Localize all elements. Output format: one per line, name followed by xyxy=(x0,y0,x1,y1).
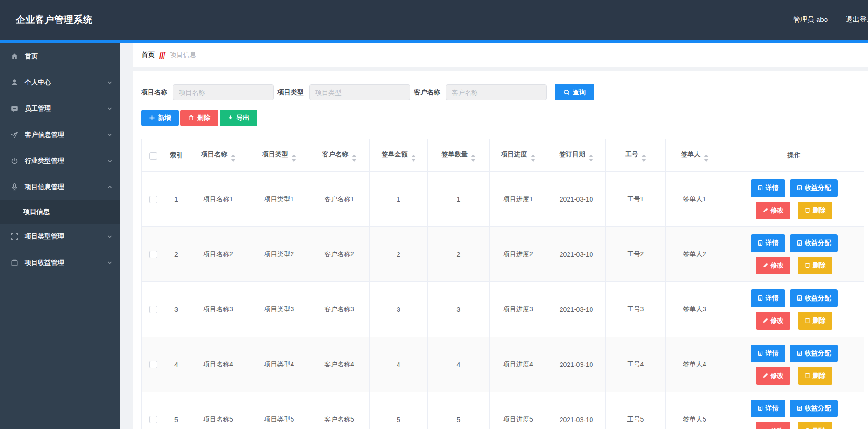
edit-button[interactable]: 修改 xyxy=(756,312,790,330)
row-delete-button[interactable]: 删除 xyxy=(798,202,832,219)
sort-icon xyxy=(471,155,476,162)
cell-customer-name: 客户名称2 xyxy=(309,227,370,282)
cell-index: 3 xyxy=(165,282,187,337)
cell-project-name: 项目名称2 xyxy=(187,227,249,282)
chevron-down-icon xyxy=(107,133,112,137)
search-button[interactable]: 查询 xyxy=(555,84,594,100)
chat-icon xyxy=(10,105,19,113)
sidebar-item-customer-info-management[interactable]: 客户信息管理 xyxy=(0,122,120,148)
chevron-down-icon xyxy=(107,80,112,85)
cell-index: 2 xyxy=(165,227,187,282)
project-type-input[interactable] xyxy=(309,84,410,100)
cell-project-progress: 项目进度1 xyxy=(490,172,547,227)
cell-index: 4 xyxy=(165,337,187,392)
cell-index: 5 xyxy=(165,392,187,429)
project-name-input[interactable] xyxy=(173,84,274,100)
detail-button[interactable]: 详情 xyxy=(751,234,785,252)
sidebar-item-personal-center[interactable]: 个人中心 xyxy=(0,70,120,96)
cell-actions: 详情 收益分配 修改 删除 xyxy=(724,227,864,282)
cell-actions: 详情 收益分配 修改 删除 xyxy=(724,337,864,392)
row-checkbox[interactable] xyxy=(149,306,157,313)
row-delete-button[interactable]: 删除 xyxy=(798,367,832,385)
detail-button[interactable]: 详情 xyxy=(751,345,785,362)
select-all-checkbox[interactable] xyxy=(149,152,157,160)
row-delete-button[interactable]: 删除 xyxy=(798,422,832,429)
document-icon xyxy=(797,295,803,301)
income-allocate-button[interactable]: 收益分配 xyxy=(790,345,838,362)
cell-customer-name: 客户名称5 xyxy=(309,392,370,429)
income-allocate-button[interactable]: 收益分配 xyxy=(790,234,838,252)
detail-button[interactable]: 详情 xyxy=(751,289,785,307)
brackets-icon xyxy=(10,232,19,241)
chevron-down-icon xyxy=(107,106,112,111)
sort-icon xyxy=(641,155,646,162)
col-job-number[interactable]: 工号 xyxy=(606,139,666,172)
sort-icon xyxy=(589,155,593,162)
col-sign-amount[interactable]: 签单金额 xyxy=(370,139,428,172)
cell-sign-date: 2021-03-10 xyxy=(547,172,606,227)
income-allocate-button[interactable]: 收益分配 xyxy=(790,400,838,417)
row-delete-button[interactable]: 删除 xyxy=(798,257,832,274)
detail-button[interactable]: 详情 xyxy=(751,179,785,197)
sidebar-subitem-project-info[interactable]: 项目信息 xyxy=(0,200,120,224)
chevron-down-icon xyxy=(107,260,112,265)
add-button[interactable]: 新增 xyxy=(141,110,179,126)
col-sign-date[interactable]: 签订日期 xyxy=(547,139,606,172)
document-icon xyxy=(797,350,803,356)
sidebar-item-employee-management[interactable]: 员工管理 xyxy=(0,96,120,122)
logout-link[interactable]: 退出登录 xyxy=(846,15,868,24)
customer-name-input[interactable] xyxy=(446,84,547,100)
row-delete-button[interactable]: 删除 xyxy=(798,312,832,330)
cell-project-name: 项目名称3 xyxy=(187,282,249,337)
chevron-up-icon xyxy=(107,185,112,190)
col-actions: 操作 xyxy=(724,139,864,172)
export-button[interactable]: 导出 xyxy=(220,110,257,126)
home-icon xyxy=(10,52,19,61)
sort-icon xyxy=(411,155,416,162)
cell-sign-amount: 2 xyxy=(370,227,428,282)
cell-sign-amount: 1 xyxy=(370,172,428,227)
col-project-type[interactable]: 项目类型 xyxy=(249,139,309,172)
breadcrumb-home-link[interactable]: 首页 xyxy=(142,51,155,59)
row-checkbox[interactable] xyxy=(149,361,157,368)
income-allocate-button[interactable]: 收益分配 xyxy=(790,179,838,197)
edit-button[interactable]: 修改 xyxy=(756,202,790,219)
col-signer[interactable]: 签单人 xyxy=(666,139,724,172)
edit-button[interactable]: 修改 xyxy=(756,257,790,274)
top-navbar: 企业客户管理系统 管理员 abo 退出登录 xyxy=(0,0,868,40)
row-checkbox[interactable] xyxy=(149,416,157,423)
row-checkbox[interactable] xyxy=(149,251,157,258)
col-customer-name[interactable]: 客户名称 xyxy=(309,139,370,172)
cell-sign-amount: 5 xyxy=(370,392,428,429)
breadcrumb: 首页 fff 项目信息 xyxy=(133,43,868,67)
cell-job-number: 工号1 xyxy=(606,172,666,227)
toolbar: 新增 删除 导出 xyxy=(141,110,868,126)
cell-project-type: 项目类型5 xyxy=(249,392,309,429)
table-header-row: 索引 项目名称 项目类型 客户名称 签单金额 签单数量 项目进度 签订日期 工号… xyxy=(142,139,864,172)
edit-button[interactable]: 修改 xyxy=(756,422,790,429)
app-title: 企业客户管理系统 xyxy=(16,14,92,26)
user-icon xyxy=(10,78,19,87)
current-user: 管理员 abo xyxy=(793,15,828,24)
col-project-name[interactable]: 项目名称 xyxy=(187,139,249,172)
sidebar-item-project-income-management[interactable]: 项目收益管理 xyxy=(0,250,120,276)
sidebar-item-home[interactable]: 首页 xyxy=(0,43,120,70)
income-allocate-button[interactable]: 收益分配 xyxy=(790,289,838,307)
detail-button[interactable]: 详情 xyxy=(751,400,785,417)
sort-icon xyxy=(231,155,235,162)
row-checkbox[interactable] xyxy=(149,196,157,203)
accent-strip xyxy=(0,40,868,43)
cell-signer: 签单人4 xyxy=(666,337,724,392)
project-table: 索引 项目名称 项目类型 客户名称 签单金额 签单数量 项目进度 签订日期 工号… xyxy=(141,139,864,429)
sidebar-item-project-info-management[interactable]: 项目信息管理 xyxy=(0,174,120,200)
cell-sign-quantity: 3 xyxy=(428,282,490,337)
col-project-progress[interactable]: 项目进度 xyxy=(490,139,547,172)
delete-button[interactable]: 删除 xyxy=(180,110,218,126)
document-icon xyxy=(757,295,763,301)
cell-customer-name: 客户名称4 xyxy=(309,337,370,392)
edit-button[interactable]: 修改 xyxy=(756,367,790,385)
download-icon xyxy=(228,115,234,121)
sidebar-item-industry-type-management[interactable]: 行业类型管理 xyxy=(0,148,120,174)
sidebar-item-project-type-management[interactable]: 项目类型管理 xyxy=(0,224,120,250)
col-sign-quantity[interactable]: 签单数量 xyxy=(428,139,490,172)
